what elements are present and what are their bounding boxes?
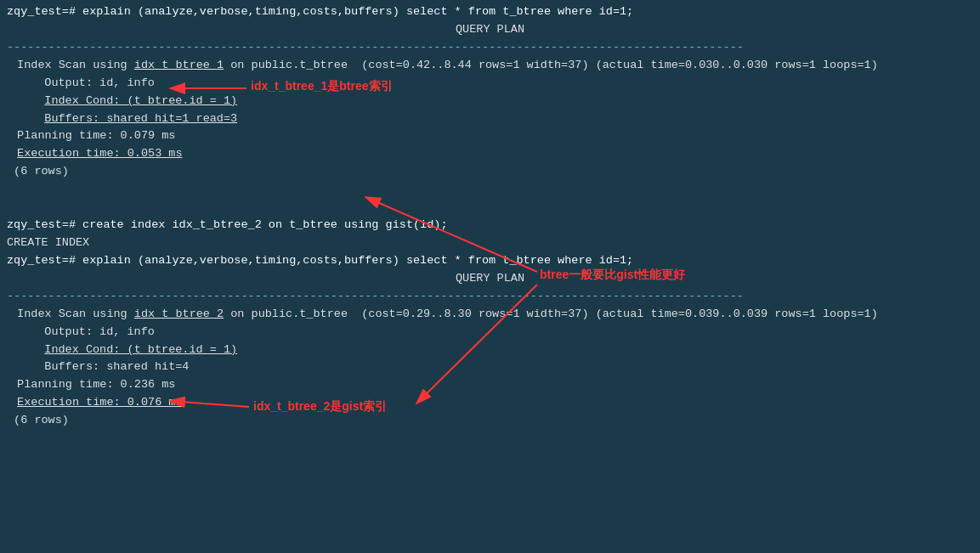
annotation-btree-better: btree一般要比gist性能更好	[540, 268, 685, 283]
line-18: Index Cond: (t_btree.id = 1)	[7, 341, 973, 359]
line-13: zqy_test=# explain (analyze,verbose,timi…	[7, 252, 973, 270]
line-20: Planning time: 0.236 ms	[7, 376, 973, 394]
line-5: Output: id, info	[7, 75, 973, 93]
line-11: zqy_test=# create index idx_t_btree_2 on…	[7, 217, 973, 234]
line-9: Execution time: 0.053 ms	[7, 145, 973, 163]
line-21: Execution time: 0.076 ms	[7, 394, 973, 412]
line-15: ----------------------------------------…	[7, 288, 973, 306]
terminal: zqy_test=# explain (analyze,verbose,timi…	[0, 0, 980, 553]
line-19: Buffers: shared hit=4	[7, 358, 973, 376]
line-3: ----------------------------------------…	[7, 39, 973, 57]
line-7: Buffers: shared hit=1 read=3	[7, 110, 973, 128]
line-2: QUERY PLAN	[7, 21, 973, 39]
line-12: CREATE INDEX	[7, 234, 973, 252]
annotation-btree1: idx_t_btree_1是btree索引	[251, 79, 393, 94]
line-17: Output: id, info	[7, 324, 973, 341]
line-1: zqy_test=# explain (analyze,verbose,timi…	[7, 3, 973, 21]
line-blank1	[7, 181, 973, 199]
line-6: Index Cond: (t_btree.id = 1)	[7, 93, 973, 110]
line-16: Index Scan using idx_t_btree_2 on public…	[7, 306, 973, 324]
line-blank2	[7, 199, 973, 217]
line-8: Planning time: 0.079 ms	[7, 127, 973, 145]
line-10: (6 rows)	[7, 163, 973, 181]
line-22: (6 rows)	[7, 412, 973, 430]
line-14: QUERY PLAN	[7, 270, 973, 288]
line-4: Index Scan using idx_t_btree_1 on public…	[7, 57, 973, 75]
annotation-gist: idx_t_btree_2是gist索引	[253, 399, 387, 415]
